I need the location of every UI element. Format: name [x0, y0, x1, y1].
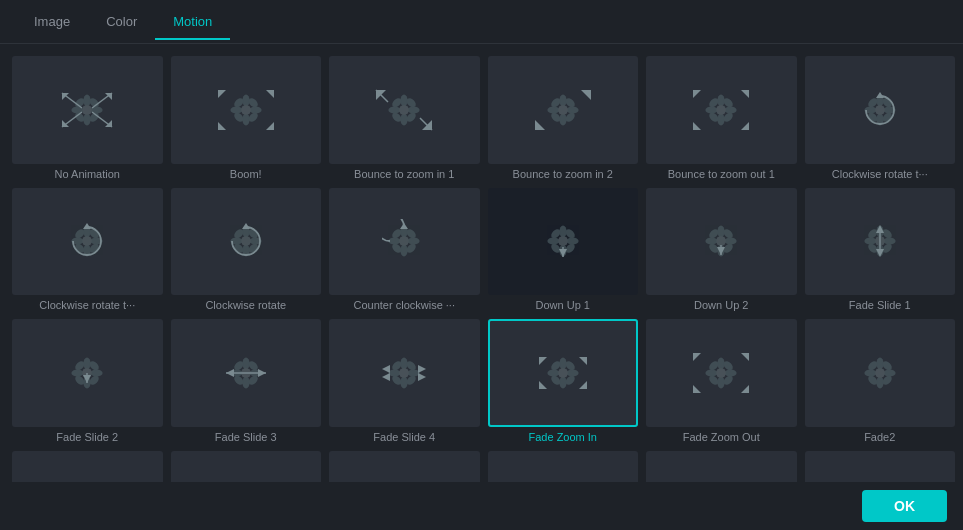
animation-label: Down Up 1 — [536, 299, 590, 311]
svg-marker-71 — [741, 122, 749, 130]
animation-item[interactable]: Down Up 2 — [646, 188, 797, 312]
animation-thumbnail[interactable] — [646, 188, 797, 296]
animation-thumbnail[interactable] — [12, 56, 163, 164]
motion-arrows-icon — [14, 58, 161, 162]
animation-thumbnail[interactable] — [329, 56, 480, 164]
motion-arrows-icon — [14, 453, 161, 483]
svg-marker-57 — [535, 120, 545, 130]
motion-arrows-icon — [807, 58, 954, 162]
animation-label: Down Up 2 — [694, 299, 748, 311]
svg-marker-205 — [579, 381, 587, 389]
svg-marker-30 — [218, 122, 226, 130]
motion-arrows-icon — [173, 190, 320, 294]
svg-marker-150 — [876, 225, 884, 233]
animation-thumbnail[interactable] — [488, 56, 639, 164]
animation-thumbnail[interactable] — [805, 319, 956, 427]
footer: OK — [0, 482, 963, 530]
svg-marker-56 — [581, 90, 591, 100]
animation-item[interactable]: Fly to zoom in — [646, 451, 797, 483]
animation-item[interactable]: Fade Slide 4 — [329, 319, 480, 443]
svg-marker-68 — [693, 90, 701, 98]
motion-arrows-icon — [807, 190, 954, 294]
motion-arrows-icon — [807, 321, 954, 425]
animation-label: Fade Slide 1 — [849, 299, 911, 311]
animation-thumbnail[interactable] — [12, 319, 163, 427]
animation-grid: No Animation Boom! Bounce to zoom in 1 B… — [12, 56, 955, 482]
motion-arrows-icon — [490, 321, 637, 425]
svg-marker-203 — [579, 357, 587, 365]
animation-item[interactable]: Down Up 1 — [488, 188, 639, 312]
animation-label: Fade Slide 4 — [373, 431, 435, 443]
svg-marker-82 — [876, 92, 884, 98]
animation-item[interactable]: Boom! — [171, 56, 322, 180]
animation-thumbnail[interactable] — [646, 451, 797, 483]
motion-arrows-icon — [331, 453, 478, 483]
animation-grid-area[interactable]: No Animation Boom! Bounce to zoom in 1 B… — [0, 44, 963, 482]
animation-item[interactable]: Fade Slide 1 — [805, 188, 956, 312]
animation-thumbnail[interactable] — [171, 319, 322, 427]
animation-item[interactable]: Clockwise rotate t··· — [805, 56, 956, 180]
svg-marker-188 — [382, 365, 390, 373]
animation-item[interactable]: Grow Shrink — [805, 451, 956, 483]
svg-marker-93 — [83, 223, 91, 229]
tab-bar: Image Color Motion — [0, 0, 963, 44]
animation-item[interactable]: Fade Zoom Out — [646, 319, 797, 443]
animation-thumbnail[interactable] — [805, 56, 956, 164]
motion-arrows-icon — [331, 190, 478, 294]
animation-thumbnail[interactable] — [646, 319, 797, 427]
animation-item[interactable]: Bounce to zoom in 2 — [488, 56, 639, 180]
main-content: No Animation Boom! Bounce to zoom in 1 B… — [0, 44, 963, 482]
animation-thumbnail[interactable] — [805, 451, 956, 483]
animation-thumbnail[interactable] — [171, 56, 322, 164]
animation-item[interactable]: Bounce to zoom in 1 — [329, 56, 480, 180]
motion-arrows-icon — [490, 190, 637, 294]
motion-arrows-icon — [490, 58, 637, 162]
animation-item[interactable]: Clockwise rotate t··· — [12, 188, 163, 312]
animation-item[interactable]: Fade2 — [805, 319, 956, 443]
animation-thumbnail[interactable] — [329, 188, 480, 296]
animation-item[interactable]: Flip Down2 — [171, 451, 322, 483]
animation-item[interactable]: Fade Slide 2 — [12, 319, 163, 443]
svg-marker-202 — [539, 357, 547, 365]
animation-label: No Animation — [55, 168, 120, 180]
animation-thumbnail[interactable] — [329, 319, 480, 427]
svg-marker-69 — [741, 90, 749, 98]
svg-marker-31 — [266, 122, 274, 130]
animation-label: Bounce to zoom in 2 — [513, 168, 613, 180]
animation-label: Fade2 — [864, 431, 895, 443]
motion-arrows-icon — [173, 453, 320, 483]
motion-arrows-icon — [14, 190, 161, 294]
ok-button[interactable]: OK — [862, 490, 947, 522]
animation-thumbnail[interactable] — [488, 188, 639, 296]
tab-image[interactable]: Image — [16, 4, 88, 39]
animation-label: Fade Slide 3 — [215, 431, 277, 443]
animation-item[interactable]: Clockwise rotate — [171, 188, 322, 312]
tab-motion[interactable]: Motion — [155, 4, 230, 39]
animation-item[interactable]: No Animation — [12, 56, 163, 180]
animation-item[interactable]: Flip Up1 — [329, 451, 480, 483]
animation-label: Clockwise rotate — [205, 299, 286, 311]
svg-marker-216 — [693, 353, 701, 361]
animation-thumbnail[interactable] — [488, 451, 639, 483]
svg-marker-219 — [741, 385, 749, 393]
svg-marker-115 — [400, 223, 408, 229]
svg-marker-16 — [62, 120, 69, 127]
animation-label: Boom! — [230, 168, 262, 180]
tab-color[interactable]: Color — [88, 4, 155, 39]
svg-marker-28 — [218, 90, 226, 98]
animation-thumbnail[interactable] — [12, 188, 163, 296]
animation-thumbnail[interactable] — [646, 56, 797, 164]
motion-arrows-icon — [490, 453, 637, 483]
animation-item[interactable]: Fade Slide 3 — [171, 319, 322, 443]
animation-item[interactable]: Counter clockwise ··· — [329, 188, 480, 312]
animation-thumbnail[interactable] — [329, 451, 480, 483]
animation-item[interactable]: Flip Up2 — [488, 451, 639, 483]
animation-thumbnail[interactable] — [805, 188, 956, 296]
animation-thumbnail[interactable] — [171, 451, 322, 483]
animation-item[interactable]: Bounce to zoom out 1 — [646, 56, 797, 180]
animation-item[interactable]: Fade Zoom In — [488, 319, 639, 443]
animation-thumbnail[interactable] — [171, 188, 322, 296]
animation-item[interactable]: Flip Down1 — [12, 451, 163, 483]
animation-thumbnail[interactable] — [12, 451, 163, 483]
animation-thumbnail[interactable] — [488, 319, 639, 427]
